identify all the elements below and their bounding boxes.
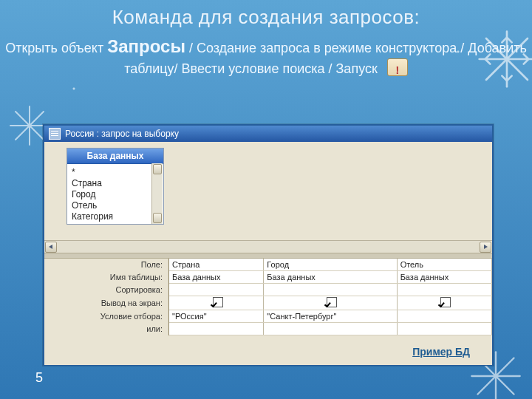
scroll-right-button[interactable] — [480, 242, 491, 253]
sort-cell[interactable] — [264, 284, 397, 296]
design-grid: Поле: Страна Город Отель Имя таблицы: Ба… — [44, 259, 492, 365]
tables-pane-hscroll[interactable] — [44, 240, 492, 253]
page-number: 5 — [35, 370, 43, 386]
criteria-cell[interactable]: "РОссия" — [169, 310, 264, 323]
or-cell[interactable] — [264, 323, 397, 335]
splitter[interactable] — [44, 253, 492, 259]
row-label-or: или: — [44, 323, 169, 335]
row-label-table: Имя таблицы: — [44, 271, 169, 284]
scroll-left-button[interactable] — [45, 242, 57, 253]
sort-cell[interactable] — [397, 284, 491, 296]
window-title: Россия : запрос на выборку — [65, 129, 179, 139]
field-cell[interactable]: Отель — [397, 259, 491, 271]
fieldlist-item[interactable]: Отель — [72, 200, 159, 211]
table-cell[interactable]: База данных — [169, 271, 264, 284]
show-cell[interactable] — [169, 296, 264, 310]
document-icon — [49, 128, 61, 140]
run-icon — [387, 58, 408, 76]
slide-instruction: Открыть объект Запросы / Создание запрос… — [0, 36, 532, 79]
or-cell[interactable] — [169, 323, 264, 335]
slide-title: Команда для создания запросов: — [0, 0, 532, 29]
criteria-cell[interactable] — [397, 310, 491, 323]
checkbox-icon[interactable] — [327, 297, 337, 307]
row-label-show: Вывод на экран: — [44, 296, 169, 310]
query-designer-window: Россия : запрос на выборку База данных *… — [43, 124, 494, 366]
criteria-cell[interactable]: "Санкт-Петербург" — [264, 310, 397, 323]
fieldlist-title: База данных — [67, 149, 163, 164]
snowflake-icon — [477, 30, 532, 89]
fieldlist-items[interactable]: * Страна Город Отель Категория — [67, 164, 163, 224]
tables-pane: База данных * Страна Город Отель Категор… — [44, 142, 492, 253]
instruction-part1: Открыть объект — [5, 41, 107, 55]
row-label-field: Поле: — [44, 259, 169, 271]
fieldlist-item[interactable]: Страна — [72, 178, 159, 189]
instruction-bold: Запросы — [107, 36, 185, 56]
slide: Команда для создания запросов: Открыть о… — [0, 0, 532, 399]
table-cell[interactable]: База данных — [397, 271, 491, 284]
window-titlebar: Россия : запрос на выборку — [44, 126, 492, 142]
checkbox-icon[interactable] — [213, 297, 223, 307]
show-cell[interactable] — [397, 296, 491, 310]
field-cell[interactable]: Страна — [169, 259, 264, 271]
checkbox-icon[interactable] — [440, 297, 451, 307]
show-cell[interactable] — [264, 296, 397, 310]
fieldlist-item[interactable]: * — [72, 167, 159, 178]
fieldlist-item[interactable]: Город — [72, 189, 159, 200]
fieldlist[interactable]: База данных * Страна Город Отель Категор… — [66, 148, 164, 225]
or-cell[interactable] — [397, 323, 491, 335]
row-label-sort: Сортировка: — [44, 284, 169, 296]
row-label-criteria: Условие отбора: — [44, 310, 169, 323]
fieldlist-item[interactable]: Категория — [72, 211, 159, 222]
sort-cell[interactable] — [169, 284, 264, 296]
table-cell[interactable]: База данных — [264, 271, 397, 284]
field-cell[interactable]: Город — [264, 259, 397, 271]
example-db-link[interactable]: Пример БД — [411, 346, 471, 358]
fieldlist-scrollbar[interactable] — [151, 163, 163, 224]
